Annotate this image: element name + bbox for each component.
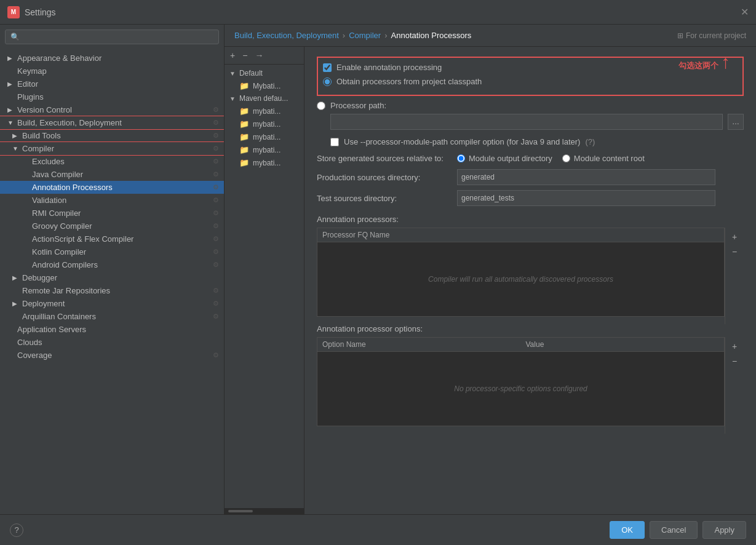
enable-annotation-checkbox[interactable] [323, 63, 332, 72]
profile-item-mybatis5[interactable]: 📁 mybati... [225, 143, 304, 156]
search-box[interactable]: 🔍 [5, 30, 219, 44]
profile-item-mybatis1[interactable]: 📁 Mybati... [225, 79, 304, 92]
sidebar-item-app-servers[interactable]: Application Servers [0, 323, 224, 336]
processor-fq-name-header: Processor FQ Name [322, 231, 389, 239]
sidebar-item-compiler[interactable]: ▼ Compiler ⚙ [0, 142, 224, 155]
folder-icon-mybatis4: 📁 [239, 132, 249, 141]
sidebar-item-debugger[interactable]: ▶ Debugger [0, 271, 224, 284]
project-icon: ⊞ [677, 31, 683, 40]
option-name-header: Option Name [322, 340, 516, 349]
settings-window: M Settings ✕ 🔍 ▶ Appearance & Behavior K… [0, 0, 756, 545]
sidebar-item-remote-jar[interactable]: Remote Jar Repositories ⚙ [0, 284, 224, 297]
profile-item-mybatis2[interactable]: 📁 mybati... [225, 105, 304, 117]
settings-icon10: ⚙ [213, 222, 219, 230]
settings-icon11: ⚙ [213, 235, 219, 243]
sidebar-item-editor[interactable]: ▶ Editor [0, 78, 224, 90]
sidebar-item-excludes[interactable]: Excludes ⚙ [0, 155, 224, 168]
settings-icon15: ⚙ [213, 300, 219, 308]
module-path-label: Use --processor-module-path compiler opt… [344, 137, 580, 146]
sidebar-item-keymap[interactable]: Keymap [0, 65, 224, 78]
store-sources-label: Store generated sources relative to: [317, 154, 452, 163]
profile-item-default[interactable]: ▼ Default [225, 67, 304, 79]
sidebar-item-build-exec[interactable]: ▼ Build, Execution, Deployment ⚙ [0, 116, 224, 129]
close-button[interactable]: ✕ [741, 6, 749, 18]
bottom-bar: ? OK Cancel Apply [0, 514, 756, 545]
store-sources-row: Store generated sources relative to: Mod… [317, 154, 744, 163]
search-input[interactable] [23, 33, 213, 41]
annotation-options-body: No processor-specific options configured [317, 352, 724, 426]
folder-icon-mybatis1: 📁 [239, 81, 249, 90]
settings-icon17: ⚙ [213, 351, 219, 359]
annotation-processors-section-label: Annotation processors: [317, 215, 744, 224]
annotation-text: 勾选这两个 [678, 60, 718, 71]
sidebar-item-kotlin-compiler[interactable]: Kotlin Compiler ⚙ [0, 245, 224, 258]
annotation-options-table: Option Name Value No processor-specific … [317, 337, 725, 426]
settings-icon6: ⚙ [213, 170, 219, 178]
sidebar-item-build-tools[interactable]: ▶ Build Tools ⚙ [0, 129, 224, 142]
search-icon: 🔍 [10, 33, 20, 41]
processor-path-input[interactable] [330, 114, 723, 130]
settings-icon16: ⚙ [213, 312, 219, 320]
remove-processor-button[interactable]: − [728, 245, 741, 258]
copy-profile-button[interactable]: → [252, 49, 266, 62]
sidebar-item-version-control[interactable]: ▶ Version Control ⚙ [0, 103, 224, 116]
sidebar-item-coverage[interactable]: Coverage ⚙ [0, 349, 224, 362]
prod-sources-input[interactable] [457, 169, 715, 185]
profile-item-mybatis4[interactable]: 📁 mybati... [225, 130, 304, 143]
sidebar-item-java-compiler[interactable]: Java Compiler ⚙ [0, 168, 224, 181]
processor-path-input-row: … [330, 114, 744, 130]
add-profile-button[interactable]: + [227, 49, 238, 62]
expand-arrow: ▶ [7, 55, 15, 62]
sidebar-item-arquillian[interactable]: Arquillian Containers ⚙ [0, 310, 224, 323]
module-path-checkbox[interactable] [330, 138, 339, 146]
settings-icon: ⚙ [213, 106, 219, 114]
remove-option-button[interactable]: − [728, 354, 741, 368]
module-content-radio[interactable] [562, 154, 570, 162]
module-output-option: Module output directory [457, 154, 552, 163]
profile-item-mybatis3[interactable]: 📁 mybati... [225, 117, 304, 130]
sidebar-item-clouds[interactable]: Clouds [0, 336, 224, 349]
annotation-options-side-buttons: + − [725, 337, 744, 434]
remove-profile-button[interactable]: − [239, 49, 250, 62]
add-processor-button[interactable]: + [728, 230, 741, 244]
module-output-radio[interactable] [457, 154, 465, 162]
profile-item-maven-default[interactable]: ▼ Maven defau... [225, 92, 304, 105]
bottom-buttons: OK Cancel Apply [610, 521, 746, 539]
prod-sources-row: Production sources directory: [317, 169, 744, 185]
sidebar-item-groovy-compiler[interactable]: Groovy Compiler ⚙ [0, 220, 224, 233]
sidebar-item-plugins[interactable]: Plugins [0, 90, 224, 103]
obtain-classpath-radio[interactable] [323, 78, 332, 86]
settings-icon9: ⚙ [213, 209, 219, 217]
add-option-button[interactable]: + [728, 340, 741, 353]
annotation-processors-empty: Compiler will run all automatically disc… [428, 275, 613, 284]
sources-dir-options: Module output directory Module content r… [457, 154, 645, 163]
test-sources-label: Test sources directory: [317, 194, 452, 203]
apply-button[interactable]: Apply [702, 521, 746, 539]
sidebar-item-android-compilers[interactable]: Android Compilers ⚙ [0, 258, 224, 271]
title-bar: M Settings ✕ [0, 0, 756, 25]
settings-icon5: ⚙ [213, 157, 219, 165]
ok-button[interactable]: OK [610, 521, 645, 539]
cancel-button[interactable]: Cancel [650, 521, 698, 539]
settings-panel: 勾选这两个 ↑ Enable annotation processing [304, 47, 756, 444]
test-sources-input[interactable] [457, 190, 715, 206]
obtain-classpath-row: Obtain processors from project classpath [323, 77, 738, 86]
sidebar-item-rmi-compiler[interactable]: RMI Compiler ⚙ [0, 207, 224, 220]
processor-path-browse[interactable]: … [728, 114, 744, 130]
profile-item-mybatis6[interactable]: 📁 mybati... [225, 156, 304, 169]
module-content-label: Module content root [574, 154, 645, 163]
sidebar-item-annotation-processors[interactable]: Annotation Processors ⚙ [0, 181, 224, 194]
enable-annotation-row: Enable annotation processing [323, 63, 738, 72]
sidebar-item-deployment[interactable]: ▶ Deployment ⚙ [0, 297, 224, 310]
settings-icon7: ⚙ [213, 183, 219, 191]
annotation-options-empty: No processor-specific options configured [454, 384, 587, 393]
sidebar-item-validation[interactable]: Validation ⚙ [0, 194, 224, 207]
folder-icon-mybatis5: 📁 [239, 145, 249, 154]
module-path-row: Use --processor-module-path compiler opt… [330, 137, 744, 146]
sidebar-item-actionscript[interactable]: ActionScript & Flex Compiler ⚙ [0, 233, 224, 245]
sidebar-item-appearance[interactable]: ▶ Appearance & Behavior [0, 52, 224, 65]
help-button[interactable]: ? [10, 523, 23, 537]
processor-path-radio[interactable] [317, 101, 325, 110]
settings-icon12: ⚙ [213, 248, 219, 256]
annotation-overlay: 勾选这两个 ↑ [678, 53, 730, 71]
